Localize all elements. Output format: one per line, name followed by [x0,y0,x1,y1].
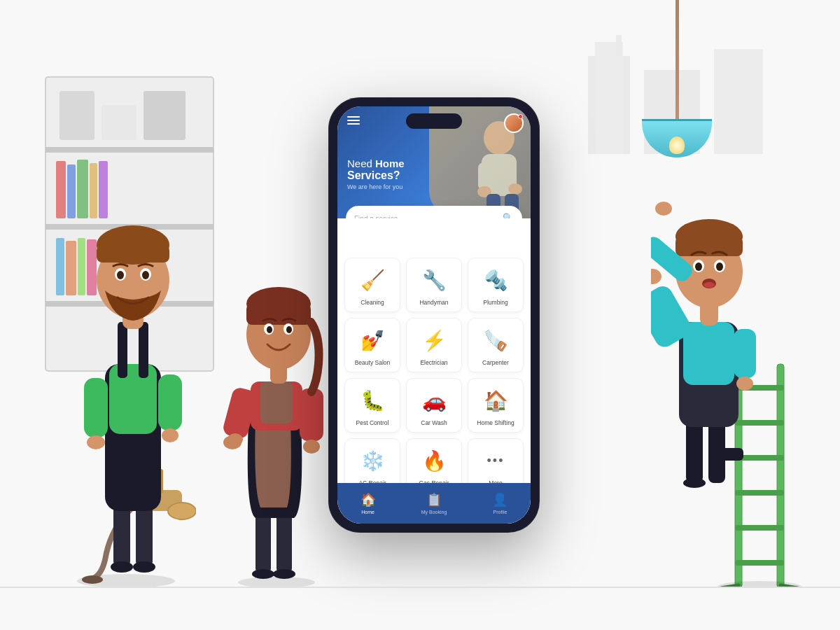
service-card-electrician[interactable]: ⚡ Electrician [406,318,462,372]
cleaning-label: Cleaning [360,299,384,306]
app-content: Need Home Services? We are here for you … [337,106,531,524]
beauty-icon: 💅 [358,326,387,355]
svg-point-25 [82,575,103,584]
carwash-label: Car Wash [421,419,447,426]
ac-icon: ❄️ [358,446,387,475]
service-card-pest[interactable]: 🐛 Pest Control [344,378,400,433]
service-card-carwash[interactable]: 🚗 Car Wash [406,378,462,433]
service-card-carpenter[interactable]: 🪚 Carpenter [468,318,524,372]
svg-rect-1 [46,147,214,153]
svg-rect-69 [735,420,784,426]
booking-nav-icon: 📋 [426,492,442,507]
search-placeholder: Find a service [354,215,498,219]
svg-point-37 [162,428,178,442]
booking-nav-label: My Booking [421,510,447,514]
cleaning-icon: 🧹 [358,265,387,295]
search-bar[interactable]: Find a service 🔍 [346,206,522,218]
svg-point-28 [111,561,133,573]
lamp-bulb [669,136,685,154]
svg-rect-52 [260,382,293,424]
phone-mockup: Need Home Services? We are here for you … [329,98,539,532]
carpenter-icon: 🪚 [481,326,510,355]
gas-icon: 🔥 [419,446,449,475]
svg-rect-82 [683,322,734,385]
ceiling-lamp-cord [676,0,679,126]
dynamic-island [406,113,462,129]
service-card-cleaning[interactable]: 🧹 Cleaning [344,258,400,312]
home-nav-icon: 🏠 [360,492,376,507]
svg-rect-31 [109,364,157,434]
nav-home[interactable]: 🏠 Home [360,492,376,514]
bottom-navigation: 🏠 Home 📋 My Booking 👤 Profile [337,483,531,524]
svg-rect-19 [714,49,763,154]
svg-point-29 [133,561,155,573]
carpenter-label: Carpenter [482,359,509,366]
svg-rect-34 [84,378,108,438]
svg-point-49 [252,569,274,579]
header-title: Need Home Services? We are here for you [347,158,405,190]
character-woman [217,252,336,588]
profile-nav-icon: 👤 [492,492,507,507]
svg-point-104 [508,183,522,195]
header-greeting: Need Home [347,158,405,169]
nav-profile[interactable]: 👤 Profile [492,492,507,514]
svg-rect-72 [735,525,784,531]
carwash-icon: 🚗 [419,386,449,415]
svg-rect-55 [300,388,323,441]
home-nav-label: Home [361,510,374,514]
svg-rect-71 [735,490,784,496]
services-grid: 🧹 Cleaning 🔧 Handyman 🔩 Plumbing [344,258,524,493]
electrician-icon: ⚡ [419,326,449,355]
svg-point-98 [655,202,672,216]
svg-point-64 [286,326,292,333]
notification-dot [518,114,523,119]
svg-rect-27 [136,504,153,567]
svg-rect-26 [113,504,130,567]
service-card-beauty[interactable]: 💅 Beauty Salon [344,318,400,372]
svg-point-50 [273,569,295,579]
svg-rect-73 [735,560,784,566]
svg-point-93 [695,262,702,271]
menu-bar-1 [347,116,360,118]
svg-rect-17 [595,42,623,154]
character-electrician-ladder [651,168,805,588]
svg-rect-77 [686,420,703,483]
svg-point-65 [227,433,243,446]
nav-booking[interactable]: 📋 My Booking [421,492,447,514]
user-avatar[interactable] [504,113,524,133]
plumbing-icon: 🔩 [481,265,510,295]
menu-bar-3 [347,123,360,125]
phone-frame: Need Home Services? We are here for you … [329,98,539,532]
svg-point-24 [168,503,196,519]
beauty-label: Beauty Salon [355,359,391,366]
svg-rect-4 [59,91,94,140]
svg-point-80 [683,478,706,488]
svg-point-44 [117,271,124,279]
svg-point-56 [303,440,320,454]
svg-point-35 [87,435,105,449]
app-body: 🧹 Cleaning 🔧 Handyman 🔩 Plumbing [337,231,531,524]
svg-rect-5 [102,105,136,140]
svg-rect-79 [708,448,743,461]
svg-rect-41 [97,245,169,262]
svg-rect-85 [734,329,756,378]
plumbing-label: Plumbing [483,299,507,306]
header-title-services: Services? [347,169,405,182]
floor-line [0,587,840,588]
character-man-vacuum [56,196,196,588]
menu-icon[interactable] [347,116,360,125]
header-subtitle: We are here for you [347,183,405,190]
search-icon: 🔍 [503,213,514,218]
service-card-handyman[interactable]: 🔧 Handyman [406,258,462,312]
handyman-icon: 🔧 [419,265,449,295]
shifting-icon: 🏠 [481,386,510,415]
svg-point-86 [736,377,753,391]
service-card-plumbing[interactable]: 🔩 Plumbing [468,258,524,312]
service-card-shifting[interactable]: 🏠 Home Shifting [468,378,524,433]
profile-nav-label: Profile [493,510,507,514]
svg-point-96 [704,282,715,288]
shifting-label: Home Shifting [477,419,514,426]
electrician-label: Electrician [420,359,447,366]
svg-rect-32 [118,322,127,378]
handyman-label: Handyman [419,299,448,306]
